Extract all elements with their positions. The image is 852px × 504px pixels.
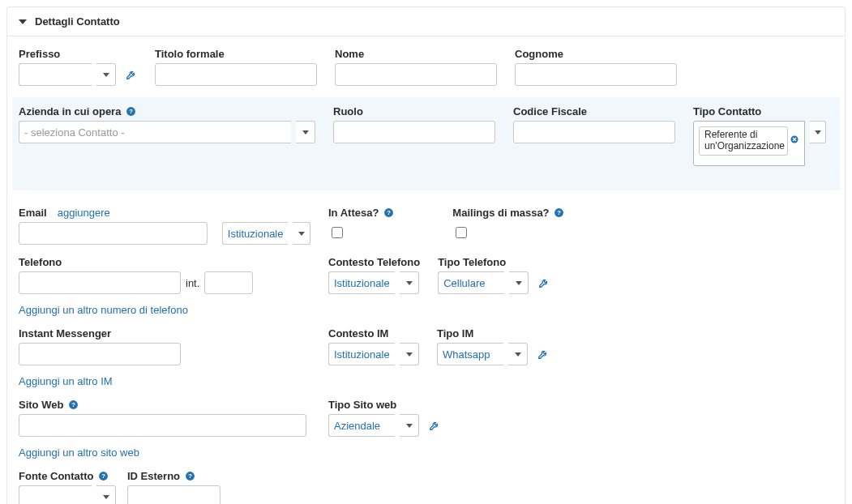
label-prefisso: Prefisso [19, 48, 137, 60]
add-im-link[interactable]: Aggiungi un altro IM [19, 375, 310, 387]
contesto-im-dropdown-button[interactable] [400, 343, 419, 365]
nome-input[interactable] [335, 63, 497, 86]
field-prefisso: Prefisso [19, 48, 137, 86]
tipo-contatto-dropdown-button[interactable] [810, 121, 826, 143]
wrench-icon[interactable] [538, 277, 550, 288]
help-icon[interactable]: ? [125, 106, 136, 117]
tipo-sito-dropdown-button[interactable] [400, 414, 419, 437]
im-input[interactable] [19, 343, 181, 365]
field-cognome: Cognome [515, 48, 677, 86]
help-icon[interactable]: ? [184, 471, 195, 482]
label-fonte-contatto: Fonte Contatto ? [19, 470, 116, 482]
help-icon[interactable]: ? [67, 399, 79, 411]
help-icon[interactable]: ? [97, 471, 109, 482]
telefono-int-input[interactable] [204, 271, 253, 294]
field-mailings: Mailings di massa? ? [452, 207, 564, 241]
label-im: Instant Messenger [19, 327, 310, 340]
svg-text:?: ? [129, 108, 133, 115]
contesto-telefono-select[interactable]: Istituzionale [328, 271, 395, 294]
label-titolo-formale: Titolo formale [155, 48, 317, 60]
label-tipo-im: Tipo IM [437, 327, 549, 340]
add-site-link[interactable]: Aggiungi un altro sito web [19, 446, 310, 459]
chevron-down-icon [515, 352, 521, 357]
field-contesto-telefono: Contesto Telefono Istituzionale [328, 256, 420, 294]
caret-down-icon [19, 19, 27, 24]
svg-text:?: ? [101, 472, 105, 480]
help-icon[interactable]: ? [554, 207, 565, 219]
fonte-contatto-select[interactable] [19, 485, 92, 504]
field-id-esterno: ID Esterno ? [127, 470, 220, 504]
remove-tag-icon[interactable] [790, 135, 799, 147]
tipo-im-select[interactable]: Whatsapp [437, 343, 503, 365]
tipo-contatto-tag: Referente di un'Organizzazione [699, 126, 788, 156]
in-attesa-checkbox[interactable] [332, 227, 343, 238]
add-phone-link[interactable]: Aggiungi un altro numero di telefono [19, 304, 310, 316]
field-telefono: Telefono int. Aggiungi un altro numero d… [19, 256, 310, 316]
prefisso-select[interactable] [19, 63, 92, 86]
contesto-im-select[interactable]: Istituzionale [328, 343, 395, 365]
field-tipo-telefono: Tipo Telefono Cellulare [438, 256, 550, 294]
field-sito-web: Sito Web ? Aggiungi un altro sito web [19, 399, 310, 459]
label-contesto-telefono: Contesto Telefono [328, 256, 420, 268]
field-tipo-contatto: Tipo Contatto Referente di un'Organizzaz… [693, 105, 826, 166]
telefono-input[interactable] [19, 271, 181, 294]
add-email-link[interactable]: aggiungere [58, 207, 110, 219]
fonte-contatto-dropdown-button[interactable] [96, 485, 116, 504]
field-email: Email aggiungere Istituzionale [19, 207, 310, 245]
tipo-sito-select[interactable]: Aziendale [328, 414, 395, 437]
label-cognome: Cognome [515, 48, 677, 60]
prefisso-dropdown-button[interactable] [96, 63, 116, 86]
field-codice-fiscale: Codice Fiscale [513, 105, 675, 143]
field-nome: Nome [335, 48, 497, 86]
chevron-down-icon [302, 130, 309, 135]
row-telefono: Telefono int. Aggiungi un altro numero d… [19, 256, 833, 316]
tipo-telefono-select[interactable]: Cellulare [438, 271, 504, 294]
tipo-contatto-select[interactable]: Referente di un'Organizzazione [693, 121, 805, 166]
chevron-down-icon [406, 281, 413, 285]
label-tipo-contatto: Tipo Contatto [693, 105, 826, 117]
tipo-im-dropdown-button[interactable] [508, 343, 528, 365]
email-type-dropdown-button[interactable] [293, 222, 310, 245]
field-contesto-im: Contesto IM Istituzionale [328, 327, 419, 365]
svg-text:?: ? [71, 401, 75, 408]
contesto-telefono-dropdown-button[interactable] [400, 271, 419, 294]
field-tipo-im: Tipo IM Whatsapp [437, 327, 549, 365]
svg-text:?: ? [387, 209, 391, 216]
help-icon[interactable]: ? [383, 207, 394, 219]
svg-text:?: ? [188, 472, 192, 480]
contact-details-panel: Dettagli Contatto Prefisso Titolo formal… [6, 6, 846, 504]
chevron-down-icon [103, 495, 109, 499]
tipo-telefono-dropdown-button[interactable] [509, 271, 529, 294]
label-nome: Nome [335, 48, 497, 60]
label-azienda: Azienda in cui opera ? [19, 105, 315, 117]
email-type-select[interactable]: Istituzionale [222, 222, 289, 245]
label-tipo-telefono: Tipo Telefono [438, 256, 550, 268]
label-mailings: Mailings di massa? ? [452, 207, 564, 219]
label-contesto-im: Contesto IM [328, 327, 419, 340]
field-titolo-formale: Titolo formale [155, 48, 317, 86]
azienda-select[interactable]: - seleziona Contatto - [19, 121, 291, 143]
wrench-icon[interactable] [126, 69, 137, 80]
cognome-input[interactable] [515, 63, 677, 86]
wrench-icon[interactable] [537, 348, 549, 360]
chevron-down-icon [298, 232, 305, 236]
panel-header[interactable]: Dettagli Contatto [7, 7, 845, 36]
field-tipo-sito: Tipo Sito web Aziendale [328, 399, 440, 437]
sito-web-input[interactable] [19, 414, 306, 437]
codice-fiscale-input[interactable] [513, 121, 675, 143]
panel-body: Prefisso Titolo formale Nome Cognome [7, 36, 845, 504]
id-esterno-input[interactable] [127, 485, 220, 504]
panel-title: Dettagli Contatto [35, 15, 120, 28]
chevron-down-icon [406, 424, 413, 428]
field-azienda: Azienda in cui opera ? - seleziona Conta… [19, 105, 315, 143]
titolo-formale-input[interactable] [155, 63, 317, 86]
label-codice-fiscale: Codice Fiscale [513, 105, 675, 117]
ruolo-input[interactable] [333, 121, 495, 143]
email-input[interactable] [19, 222, 208, 245]
wrench-icon[interactable] [429, 420, 440, 431]
label-int: int. [186, 277, 199, 289]
field-in-attesa: In Attesa? ? [328, 207, 394, 241]
row-name: Prefisso Titolo formale Nome Cognome [19, 48, 833, 86]
azienda-dropdown-button[interactable] [296, 121, 315, 143]
mailings-checkbox[interactable] [456, 227, 467, 238]
